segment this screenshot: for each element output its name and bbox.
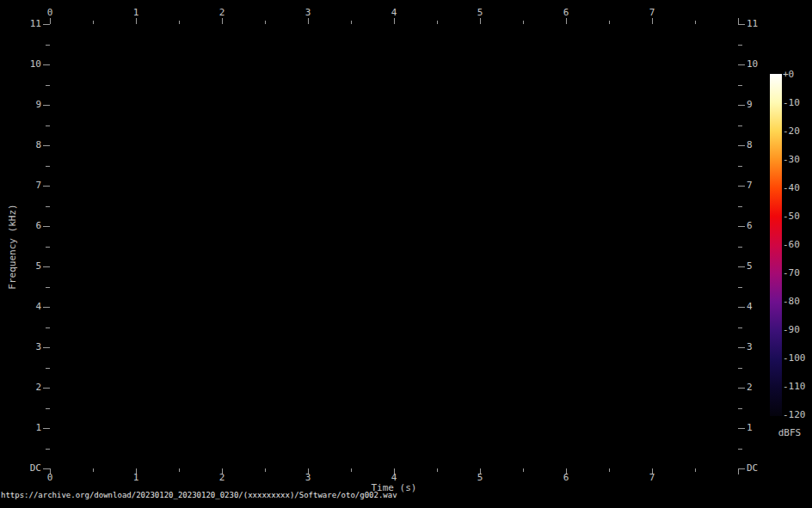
colorbar-tick-label: -80	[783, 296, 812, 308]
axis-tick	[46, 85, 50, 86]
colorbar-tick-label: -20	[783, 125, 812, 138]
x-tick-label-top: 7	[642, 7, 662, 19]
x-tick-label-bottom: 0	[40, 472, 60, 484]
axis-tick	[738, 45, 742, 46]
colorbar-tick-label: -30	[783, 154, 812, 166]
spectrogram-heatmap	[50, 24, 738, 468]
x-tick-label-top: 5	[470, 7, 490, 19]
y-tick-label-left: 8	[0, 139, 41, 151]
x-tick-label-top: 3	[298, 7, 318, 19]
axis-tick	[179, 468, 180, 472]
axis-tick	[738, 408, 742, 409]
colorbar-tick-label: -60	[783, 239, 812, 251]
x-tick-label-bottom: 7	[642, 472, 662, 484]
axis-tick	[179, 21, 180, 24]
axis-tick	[738, 468, 745, 469]
axis-tick	[46, 327, 50, 328]
y-tick-label-left: 4	[0, 301, 41, 313]
axis-tick	[738, 468, 739, 474]
colorbar-tick-label: +0	[783, 69, 812, 81]
axis-tick	[43, 347, 50, 348]
colorbar-tick-label: -70	[783, 267, 812, 279]
axis-tick	[738, 307, 745, 308]
x-tick-label-top: 0	[40, 7, 60, 19]
source-url: https://archive.org/download/20230120_20…	[1, 491, 397, 499]
axis-tick	[46, 166, 50, 167]
axis-tick	[308, 18, 309, 24]
y-tick-label-left: DC	[0, 462, 41, 474]
axis-tick	[43, 186, 50, 187]
axis-tick	[738, 428, 745, 429]
axis-tick	[738, 24, 745, 25]
axis-tick	[265, 21, 266, 24]
axis-tick	[738, 368, 742, 369]
y-tick-label-right: 11	[747, 18, 781, 30]
x-tick-label-top: 6	[556, 7, 576, 19]
axis-tick	[437, 468, 438, 472]
axis-tick	[609, 468, 610, 472]
axis-tick	[43, 145, 50, 146]
y-tick-label-left: 3	[0, 341, 41, 353]
axis-tick	[738, 266, 745, 267]
axis-tick	[43, 226, 50, 227]
axis-tick	[43, 468, 50, 469]
axis-tick	[43, 388, 50, 389]
axis-tick	[523, 468, 524, 472]
axis-tick	[738, 287, 742, 288]
axis-tick	[652, 18, 653, 24]
axis-tick	[609, 21, 610, 24]
axis-tick	[43, 64, 50, 65]
axis-tick	[738, 125, 742, 126]
x-tick-label-bottom: 6	[556, 472, 576, 484]
y-tick-label-left: 7	[0, 180, 41, 192]
spectrogram-figure: 01234567 01234567 DC1234567891011 DC1234…	[0, 0, 812, 508]
y-tick-label-left: 1	[0, 422, 41, 434]
x-tick-label-bottom: 2	[212, 472, 232, 484]
axis-tick	[43, 105, 50, 106]
axis-tick	[738, 347, 745, 348]
axis-tick	[43, 24, 50, 25]
y-tick-label-left: 9	[0, 99, 41, 111]
axis-tick	[46, 449, 50, 450]
axis-tick	[43, 428, 50, 429]
axis-tick	[46, 45, 50, 46]
y-tick-label-left: 11	[0, 18, 41, 30]
axis-tick	[437, 21, 438, 24]
axis-tick	[738, 64, 745, 65]
axis-tick	[480, 18, 481, 24]
axis-tick	[46, 247, 50, 248]
axis-tick	[566, 18, 567, 24]
x-tick-label-top: 1	[126, 7, 146, 19]
axis-tick	[46, 368, 50, 369]
x-tick-label-bottom: 1	[126, 472, 146, 484]
axis-tick	[351, 468, 352, 472]
axis-tick	[93, 468, 94, 472]
axis-tick	[394, 18, 395, 24]
axis-tick	[50, 18, 51, 24]
y-tick-label-left: 2	[0, 382, 41, 394]
colorbar-tick-label: -110	[783, 381, 812, 393]
axis-tick	[46, 287, 50, 288]
axis-tick	[738, 226, 745, 227]
colorbar-unit-label: dBFS	[771, 427, 809, 438]
axis-tick	[523, 21, 524, 24]
x-tick-label-top: 4	[384, 7, 404, 19]
axis-tick	[738, 105, 745, 106]
x-tick-label-bottom: 5	[470, 472, 490, 484]
x-tick-label-bottom: 3	[298, 472, 318, 484]
y-tick-label-right: DC	[747, 462, 781, 474]
axis-tick	[738, 145, 745, 146]
axis-tick	[695, 468, 696, 472]
axis-tick	[43, 307, 50, 308]
y-tick-label-left: 10	[0, 58, 41, 70]
colorbar-gradient	[770, 74, 782, 416]
axis-tick	[222, 18, 223, 24]
axis-tick	[738, 247, 742, 248]
axis-tick	[43, 266, 50, 267]
axis-tick	[738, 388, 745, 389]
colorbar-tick-label: -100	[783, 352, 812, 364]
axis-tick	[738, 186, 745, 187]
axis-tick	[738, 166, 742, 167]
axis-tick	[695, 21, 696, 24]
y-axis-title: Frequency (kHz)	[7, 204, 18, 289]
